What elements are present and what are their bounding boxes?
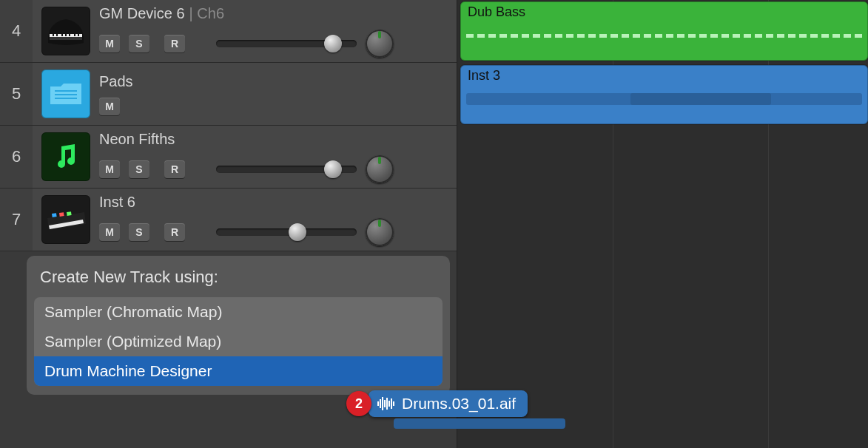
svg-rect-3 — [56, 34, 58, 36]
volume-slider[interactable] — [216, 228, 357, 236]
track-name[interactable]: Neon Fifths — [99, 131, 175, 148]
svg-rect-8 — [78, 34, 79, 36]
track-number: 5 — [0, 63, 33, 125]
track-row[interactable]: 6 Neon Fifths M S R — [0, 126, 457, 189]
svg-rect-5 — [65, 34, 67, 36]
svg-rect-7 — [74, 34, 75, 36]
arrange-area[interactable]: Dub Bass Inst 3 — [457, 0, 868, 448]
track-name[interactable]: Pads — [99, 73, 133, 90]
folder-icon — [49, 81, 83, 107]
drag-count-badge: 2 — [346, 391, 371, 416]
solo-button[interactable]: S — [129, 35, 149, 52]
mute-button[interactable]: M — [99, 223, 120, 241]
pan-knob[interactable] — [366, 155, 394, 183]
region-label: Inst 3 — [468, 68, 500, 83]
track-name[interactable]: Inst 6 — [99, 194, 135, 211]
drag-file-name: Drums.03_01.aif — [402, 395, 516, 413]
create-track-popup: Create New Track using: Sampler (Chromat… — [27, 256, 450, 395]
popup-item-sampler-optimized[interactable]: Sampler (Optimized Map) — [34, 327, 443, 356]
solo-button[interactable]: S — [129, 160, 149, 178]
svg-rect-12 — [52, 213, 57, 217]
track-row[interactable]: 7 Inst 6 — [0, 189, 457, 251]
track-icon-cell[interactable] — [33, 63, 99, 125]
track-number: 7 — [0, 189, 33, 251]
region-label: Dub Bass — [468, 4, 525, 19]
track-name[interactable]: GM Device 6 — [99, 5, 185, 22]
mute-button[interactable]: M — [99, 35, 120, 52]
track-number: 4 — [0, 0, 33, 62]
volume-slider[interactable] — [216, 166, 357, 173]
mute-button[interactable]: M — [99, 160, 120, 178]
drag-file-chip: Drums.03_01.aif — [369, 390, 528, 417]
track-number: 6 — [0, 126, 33, 188]
pan-knob[interactable] — [366, 218, 394, 246]
track-row[interactable]: 5 Pads — [0, 63, 457, 126]
svg-rect-2 — [53, 34, 54, 36]
music-note-icon — [51, 142, 81, 172]
svg-rect-13 — [59, 212, 64, 217]
mute-button[interactable]: M — [99, 98, 120, 115]
midi-notes-icon — [466, 34, 862, 38]
popup-title: Create New Track using: — [27, 265, 450, 291]
solo-button[interactable]: S — [129, 223, 149, 241]
popup-option-list: Sampler (Chromatic Map) Sampler (Optimiz… — [34, 297, 443, 386]
svg-rect-4 — [61, 34, 63, 36]
record-button[interactable]: R — [164, 223, 185, 241]
midi-notes-icon — [630, 93, 771, 105]
drag-stack-shadow — [394, 418, 565, 429]
track-icon-cell[interactable] — [33, 0, 99, 62]
track-icon-cell[interactable] — [33, 189, 99, 251]
volume-slider[interactable] — [216, 40, 357, 47]
track-row[interactable]: 4 GM — [0, 0, 457, 63]
region-dub-bass[interactable]: Dub Bass — [460, 1, 868, 61]
region-inst3[interactable]: Inst 3 — [460, 65, 868, 124]
drag-file-indicator[interactable]: 2 Drums.03_01.aif — [346, 390, 528, 417]
popup-item-sampler-chromatic[interactable]: Sampler (Chromatic Map) — [34, 297, 443, 327]
track-icon-cell[interactable] — [33, 126, 99, 188]
svg-rect-6 — [69, 34, 70, 36]
waveform-icon — [377, 397, 394, 410]
svg-rect-14 — [67, 211, 72, 216]
piano-icon — [45, 15, 87, 47]
pan-knob[interactable] — [366, 30, 394, 58]
record-button[interactable]: R — [164, 35, 185, 52]
synth-keyboard-icon — [44, 205, 87, 234]
track-channel: | Ch6 — [189, 5, 224, 22]
record-button[interactable]: R — [164, 160, 185, 178]
popup-item-drum-machine-designer[interactable]: Drum Machine Designer — [34, 356, 443, 386]
